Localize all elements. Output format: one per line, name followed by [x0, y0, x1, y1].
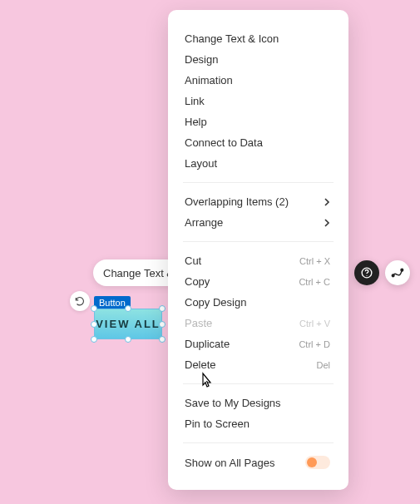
chevron-right-icon [324, 198, 330, 206]
menu-label: Copy Design [185, 296, 246, 309]
menu-shortcut: Ctrl + C [299, 277, 330, 287]
menu-show-on-all-pages[interactable]: Show on All Pages [168, 452, 348, 473]
menu-layout[interactable]: Layout [168, 153, 348, 174]
selected-button-element[interactable]: VIEW ALL [94, 309, 162, 339]
help-button[interactable] [354, 260, 379, 285]
menu-label: Cut [185, 254, 201, 267]
resize-handle-s[interactable] [125, 336, 131, 343]
menu-label: Paste [185, 317, 212, 329]
toggle-knob [307, 457, 317, 467]
menu-save-my-designs[interactable]: Save to My Designs [168, 393, 348, 413]
menu-label: Overlapping Items (2) [185, 195, 289, 208]
menu-paste: Paste Ctrl + V [168, 313, 348, 334]
menu-label: Arrange [185, 216, 223, 229]
menu-label: Design [185, 53, 218, 66]
chevron-right-icon [324, 219, 330, 227]
resize-handle-nw[interactable] [91, 305, 97, 312]
show-all-toggle[interactable] [305, 456, 330, 469]
question-icon [361, 267, 373, 279]
menu-label: Animation [185, 74, 233, 86]
menu-label: Delete [185, 358, 216, 371]
menu-delete[interactable]: Delete Del [168, 354, 348, 375]
menu-divider [183, 442, 334, 443]
menu-divider [183, 383, 334, 384]
menu-label: Help [185, 116, 207, 128]
menu-arrange[interactable]: Arrange [168, 212, 348, 233]
menu-label: Copy [185, 275, 210, 288]
menu-shortcut: Ctrl + D [299, 339, 330, 349]
svg-point-2 [392, 274, 394, 277]
menu-label: Connect to Data [185, 136, 263, 149]
context-menu: Change Text & Icon Design Animation Link… [168, 10, 348, 490]
svg-point-3 [401, 269, 403, 271]
menu-label: Pin to Screen [185, 418, 250, 430]
menu-label: Duplicate [185, 338, 230, 350]
resize-handle-n[interactable] [125, 305, 131, 312]
menu-connect-to-data[interactable]: Connect to Data [168, 132, 348, 153]
menu-divider [183, 182, 334, 183]
menu-help[interactable]: Help [168, 111, 348, 132]
menu-change-text-icon[interactable]: Change Text & Icon [168, 28, 348, 49]
menu-pin-to-screen[interactable]: Pin to Screen [168, 413, 348, 434]
menu-design[interactable]: Design [168, 49, 348, 70]
menu-label: Save to My Designs [185, 397, 281, 409]
menu-label: Layout [185, 157, 217, 170]
menu-duplicate[interactable]: Duplicate Ctrl + D [168, 334, 348, 354]
path-icon [391, 266, 404, 279]
menu-link[interactable]: Link [168, 91, 348, 111]
menu-copy-design[interactable]: Copy Design [168, 292, 348, 313]
menu-shortcut: Ctrl + V [299, 319, 330, 329]
menu-label: Show on All Pages [185, 457, 274, 469]
resize-handle-se[interactable] [159, 336, 166, 343]
menu-cut[interactable]: Cut Ctrl + X [168, 250, 348, 271]
undo-icon [74, 295, 86, 307]
resize-handle-w[interactable] [91, 321, 97, 328]
menu-label: Link [185, 95, 205, 107]
svg-point-1 [366, 275, 367, 276]
selected-button-text: VIEW ALL [96, 318, 161, 330]
resize-handle-e[interactable] [159, 321, 166, 328]
resize-handle-sw[interactable] [91, 336, 97, 343]
menu-shortcut: Del [316, 360, 330, 370]
menu-animation[interactable]: Animation [168, 70, 348, 91]
menu-label: Change Text & Icon [185, 32, 279, 45]
menu-copy[interactable]: Copy Ctrl + C [168, 271, 348, 292]
resize-handle-ne[interactable] [159, 305, 166, 312]
menu-divider [183, 241, 334, 242]
animation-path-button[interactable] [385, 260, 410, 285]
menu-overlapping-items[interactable]: Overlapping Items (2) [168, 191, 348, 212]
undo-button[interactable] [70, 291, 90, 311]
menu-shortcut: Ctrl + X [299, 256, 330, 266]
